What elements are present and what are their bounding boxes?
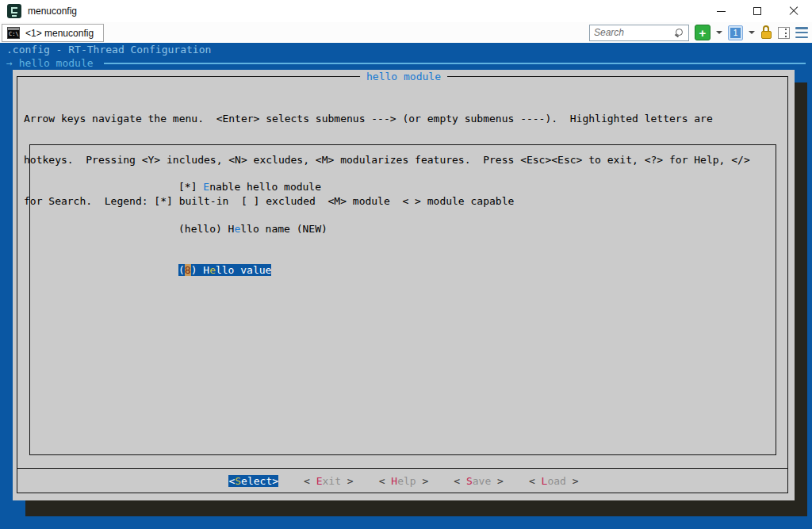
hotkey-letter: e bbox=[209, 264, 216, 276]
config-header: .config - RT-Thread Configuration bbox=[6, 44, 211, 56]
window-number-label: 1 bbox=[730, 28, 741, 38]
maximize-icon bbox=[753, 7, 761, 15]
conemu-icon-base bbox=[12, 15, 17, 17]
cmd-icon-titlebar bbox=[8, 28, 19, 30]
hamburger-icon bbox=[795, 36, 808, 39]
search-icon[interactable] bbox=[675, 28, 684, 38]
help-button[interactable]: < Help > bbox=[379, 475, 429, 487]
conemu-icon-glyph bbox=[11, 7, 17, 13]
hotkey-letter: S bbox=[235, 475, 241, 487]
hotkey-letter: E bbox=[316, 475, 323, 487]
hotkey-letter: H bbox=[391, 475, 397, 487]
hotkey-letter: S bbox=[466, 475, 473, 487]
new-console-dropdown-icon[interactable] bbox=[716, 31, 722, 34]
conemu-icon bbox=[7, 4, 21, 18]
dialog-buttons: <Select> < Exit > < Help > < Save > < Lo… bbox=[13, 473, 795, 489]
close-icon bbox=[789, 6, 799, 16]
menu-box: [*] Enable hello module (hello) Hello na… bbox=[29, 144, 776, 455]
button-separator bbox=[17, 468, 788, 469]
exit-button[interactable]: < Exit > bbox=[304, 475, 354, 487]
load-button[interactable]: < Load > bbox=[529, 475, 579, 487]
search-box bbox=[589, 25, 689, 41]
cmd-icon-text: C:\ bbox=[9, 31, 19, 37]
lock-button[interactable] bbox=[760, 25, 772, 40]
hamburger-icon bbox=[795, 32, 808, 34]
maximize-button[interactable] bbox=[739, 0, 776, 22]
window-controls bbox=[703, 0, 812, 22]
menu-item-hello-name[interactable]: (hello) Hello name (NEW) bbox=[178, 222, 327, 236]
tab-bar: C:\ <1> menuconfig + 1 bbox=[0, 22, 812, 43]
hotkey-letter: E bbox=[203, 181, 209, 193]
tab-bar-tools: + 1 bbox=[589, 25, 812, 41]
select-button[interactable]: <Select> bbox=[228, 475, 278, 487]
menu-item-enable-hello-module[interactable]: [*] Enable hello module bbox=[178, 180, 327, 194]
breadcrumb: → hello module bbox=[6, 57, 806, 69]
new-console-button[interactable]: + bbox=[695, 25, 710, 40]
menu-button[interactable] bbox=[795, 27, 808, 38]
breadcrumb-text: → hello module bbox=[6, 57, 99, 69]
minimize-icon bbox=[717, 11, 726, 12]
close-button[interactable] bbox=[776, 0, 812, 22]
window-dropdown-icon[interactable] bbox=[749, 31, 755, 34]
save-button[interactable]: < Save > bbox=[454, 475, 504, 487]
terminal-screen: .config - RT-Thread Configuration → hell… bbox=[0, 43, 812, 529]
title-bar: menuconfig bbox=[0, 0, 812, 22]
tab-label: <1> menuconfig bbox=[25, 28, 94, 39]
cmd-icon: C:\ bbox=[7, 27, 20, 39]
minimize-button[interactable] bbox=[703, 0, 739, 22]
text-cursor: 8 bbox=[185, 264, 191, 276]
lock-icon-body bbox=[761, 31, 772, 39]
tab-menuconfig[interactable]: C:\ <1> menuconfig bbox=[2, 24, 104, 42]
search-input[interactable] bbox=[590, 26, 669, 40]
dialog-title: hello module bbox=[360, 71, 447, 82]
menuconfig-dialog: hello module Arrow keys navigate the men… bbox=[13, 70, 795, 500]
plus-icon: + bbox=[699, 27, 707, 39]
window-title: menuconfig bbox=[28, 6, 77, 17]
help-line: Arrow keys navigate the menu. <Enter> se… bbox=[24, 112, 750, 125]
menu-item-hello-value[interactable]: (8) Hello value bbox=[178, 263, 327, 278]
split-window-button[interactable] bbox=[778, 27, 790, 39]
hamburger-icon bbox=[795, 27, 808, 29]
window-number-button[interactable]: 1 bbox=[728, 25, 743, 40]
conemu-window: menuconfig C:\ <1> menuconfig bbox=[0, 0, 812, 529]
menu-items: [*] Enable hello module (hello) Hello na… bbox=[178, 152, 327, 305]
breadcrumb-rule bbox=[104, 63, 806, 64]
